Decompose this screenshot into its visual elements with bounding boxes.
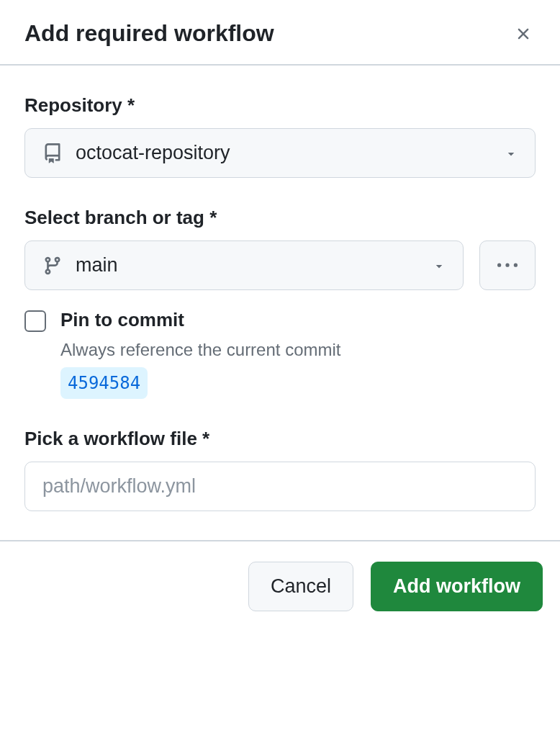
cancel-button[interactable]: Cancel (248, 562, 353, 611)
add-workflow-button[interactable]: Add workflow (371, 562, 543, 611)
pin-label: Pin to commit (60, 309, 536, 331)
git-branch-icon (42, 256, 63, 276)
add-required-workflow-dialog: Add required workflow Repository * octoc… (0, 0, 560, 631)
caret-down-icon (505, 147, 518, 160)
close-button[interactable] (511, 22, 536, 46)
commit-sha-badge: 4594584 (60, 367, 148, 399)
repository-value: octocat-repository (76, 142, 492, 164)
branch-label: Select branch or tag * (24, 207, 536, 229)
repository-field: Repository * octocat-repository (24, 94, 536, 178)
repo-icon (42, 143, 63, 163)
workflow-file-input[interactable] (24, 462, 536, 511)
branch-field: Select branch or tag * main (24, 207, 536, 399)
pin-to-commit-checkbox[interactable] (24, 310, 46, 332)
branch-more-button[interactable] (479, 240, 536, 290)
branch-select[interactable]: main (24, 240, 464, 290)
dialog-header: Add required workflow (0, 0, 560, 64)
dialog-title: Add required workflow (24, 20, 274, 47)
repository-label: Repository * (24, 94, 536, 117)
close-icon (514, 24, 533, 43)
branch-value: main (76, 254, 420, 276)
caret-down-icon (433, 259, 446, 272)
pin-description-text: Always reference the current commit (60, 340, 340, 359)
workflow-file-field: Pick a workflow file * (24, 428, 536, 511)
repository-select[interactable]: octocat-repository (24, 128, 536, 178)
pin-to-commit-row: Pin to commit Always reference the curre… (24, 309, 536, 399)
pin-to-commit-text: Pin to commit Always reference the curre… (60, 309, 536, 399)
dialog-footer: Cancel Add workflow (0, 540, 560, 631)
branch-row: main (24, 240, 536, 290)
pin-description: Always reference the current commit 4594… (60, 337, 536, 399)
dialog-content: Repository * octocat-repository Select b… (0, 66, 560, 540)
workflow-file-label: Pick a workflow file * (24, 428, 536, 450)
kebab-horizontal-icon (497, 256, 518, 276)
